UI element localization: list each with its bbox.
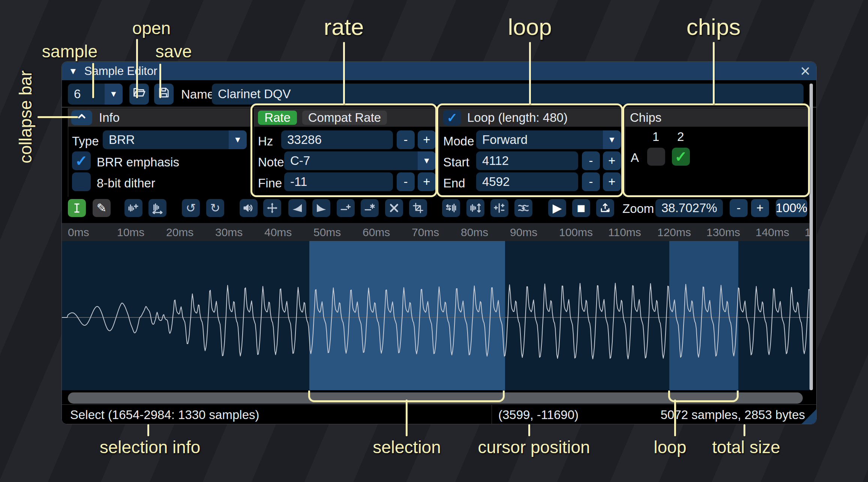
preview-upload-button[interactable] (596, 199, 614, 217)
signedness-button[interactable] (490, 199, 508, 217)
draw-mode-button[interactable]: ✎ (93, 199, 111, 217)
chip1-checkbox[interactable]: ✓ (647, 148, 665, 166)
loop-header: ✓ Loop (length: 480) (439, 109, 623, 127)
stretch-button[interactable] (148, 199, 166, 217)
rate-panel: Rate Compat Rate Hz 33286 - + Note C-7 ▼… (254, 108, 437, 198)
divider (492, 405, 492, 424)
annotation-line-loop (529, 42, 531, 104)
zoom-in-button[interactable]: + (751, 199, 769, 217)
loop-end-minus-button[interactable]: - (582, 172, 600, 191)
window-collapse-icon[interactable]: ▼ (69, 66, 78, 76)
resize-grip[interactable] (801, 409, 816, 424)
zoom-reset-button[interactable]: 100% (776, 199, 807, 217)
annotation-chips: chips (687, 13, 741, 40)
brr-emphasis-checkbox[interactable]: ✓ (72, 151, 91, 170)
amplify-button[interactable] (240, 199, 258, 217)
hz-label: Hz (258, 134, 273, 148)
silence-star-icon (364, 202, 376, 214)
mode-label: Mode (443, 134, 474, 148)
zoom-input[interactable]: 38.7027% (655, 199, 723, 217)
loop-region[interactable] (669, 241, 738, 390)
undo-button[interactable]: ↺ (182, 199, 200, 217)
dither-checkbox[interactable]: ✓ (72, 172, 91, 191)
pencil-icon: ✎ (97, 202, 107, 214)
info-title: Info (99, 111, 120, 125)
fine-value: -11 (284, 175, 307, 189)
fade-in-button[interactable] (288, 199, 306, 217)
selection-region[interactable] (309, 241, 505, 390)
insert-silence-button[interactable] (337, 199, 355, 217)
waveform-area[interactable] (62, 241, 810, 390)
loop-mode-select[interactable]: Forward ▼ (476, 130, 621, 149)
loop-end-label: End (443, 176, 465, 190)
filter-button[interactable] (514, 199, 532, 217)
ruler[interactable]: 0ms10ms20ms30ms40ms50ms60ms70ms80ms90ms1… (62, 223, 810, 241)
reverse-button[interactable] (442, 199, 460, 217)
loop-bracket (668, 391, 739, 402)
sample-select[interactable]: 6 ▼ (68, 84, 123, 105)
loop-end-input[interactable]: 4592 (476, 172, 578, 191)
annotation-cursor-position: cursor position (478, 437, 590, 457)
rate-tab-button[interactable]: Rate (258, 111, 297, 125)
top-controls-row: 6 ▼ Name Clarinet DQV (62, 80, 816, 107)
hz-minus-button[interactable]: - (397, 130, 415, 149)
zoom-out-button[interactable]: - (730, 199, 748, 217)
stop-button[interactable]: ■ (572, 199, 590, 217)
x-delete-icon (388, 202, 400, 214)
ruler-label: 10ms (117, 226, 144, 239)
close-icon[interactable]: × (800, 61, 810, 81)
type-select-value: BRR (103, 133, 229, 147)
annotation-line-sample (92, 63, 94, 98)
fine-input[interactable]: -11 (284, 172, 393, 191)
stop-icon: ■ (577, 201, 586, 215)
annotation-rate: rate (324, 13, 364, 40)
chip2-checkbox[interactable]: ✓ (672, 148, 690, 166)
fade-out-button[interactable] (312, 199, 330, 217)
open-sample-button[interactable] (129, 84, 149, 105)
divider (62, 107, 816, 108)
apply-silence-button[interactable] (361, 199, 379, 217)
play-button[interactable]: ▶ (548, 199, 566, 217)
fine-label: Fine (258, 176, 282, 190)
fine-plus-button[interactable]: + (418, 172, 436, 191)
delete-button[interactable] (385, 199, 403, 217)
fine-minus-button[interactable]: - (397, 172, 415, 191)
annotation-line-loop-bottom (674, 400, 676, 436)
sample-name-input[interactable]: Clarinet DQV (212, 84, 804, 105)
save-sample-button[interactable] (154, 84, 174, 105)
annotation-line-chips (713, 42, 715, 104)
silence-plus-icon (340, 202, 352, 214)
chips-title: Chips (630, 111, 661, 125)
loop-start-input[interactable]: 4112 (476, 151, 578, 170)
invert-button[interactable] (466, 199, 484, 217)
chevron-down-icon[interactable]: ▼ (418, 151, 436, 170)
chevron-down-icon[interactable]: ▼ (603, 130, 621, 149)
chip-col-2: 2 (677, 130, 684, 144)
type-select[interactable]: BRR ▼ (103, 130, 247, 149)
hz-input[interactable]: 33286 (281, 130, 393, 149)
hz-plus-button[interactable]: + (418, 130, 436, 149)
window-title: Sample Editor (84, 64, 157, 78)
toolbar: ✎ ↺ ↻ (62, 197, 816, 223)
redo-button[interactable]: ↻ (206, 199, 224, 217)
speaker-icon (243, 202, 255, 214)
ruler-label: 0ms (68, 226, 89, 239)
resample-button[interactable] (124, 199, 142, 217)
note-select[interactable]: C-7 ▼ (284, 151, 436, 170)
select-mode-button[interactable] (68, 199, 86, 217)
resize-button[interactable] (263, 199, 281, 217)
loop-start-minus-button[interactable]: - (582, 151, 600, 170)
loop-start-plus-button[interactable]: + (603, 151, 621, 170)
title-bar[interactable]: ▼ Sample Editor × (62, 62, 816, 80)
chips-header: Chips (625, 109, 809, 127)
compat-rate-tab-button[interactable]: Compat Rate (302, 111, 387, 125)
wave-vertical-icon (469, 202, 481, 214)
loop-end-plus-button[interactable]: + (603, 172, 621, 191)
chevron-down-icon[interactable]: ▼ (105, 84, 123, 105)
chevron-down-icon[interactable]: ▼ (229, 130, 247, 149)
vertical-scrollbar[interactable] (810, 84, 813, 390)
annotation-line-collapse-bar (37, 116, 78, 118)
dither-label: 8-bit dither (97, 176, 155, 190)
trim-button[interactable] (409, 199, 427, 217)
loop-enable-checkbox[interactable]: ✓ (443, 110, 461, 126)
